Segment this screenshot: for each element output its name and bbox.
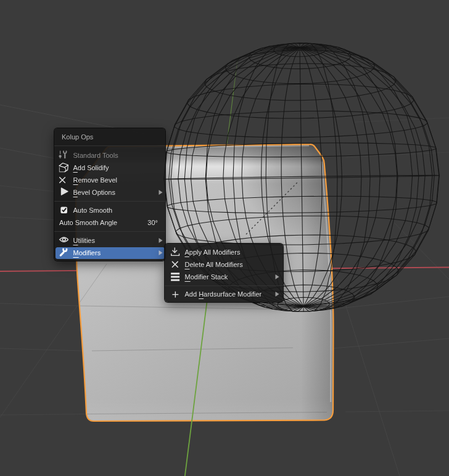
menu-separator [165, 285, 283, 286]
menu-item-label: Auto Smooth Angle [59, 216, 117, 229]
menu-item-label: Auto Smooth [73, 204, 113, 216]
solidify-icon [59, 163, 68, 173]
menu-item-label: Modifiers [73, 247, 101, 259]
submenu-arrow-icon [275, 274, 279, 279]
x-icon [170, 260, 180, 269]
menu-item-auto-smooth[interactable]: Auto Smooth [54, 204, 165, 216]
submenu-arrow-icon [275, 292, 279, 297]
tools-icon [59, 150, 68, 160]
submenu-item-add-hardsurface-modifier[interactable]: Add Hardsurface Modifier [165, 288, 283, 300]
submenu-arrow-icon [159, 190, 163, 195]
submenu-item-modifier-stack[interactable]: Modifier Stack [165, 271, 283, 283]
play-icon [59, 187, 68, 197]
x-icon [59, 175, 68, 185]
checkbox-checked-icon [59, 205, 68, 215]
highlight [56, 247, 165, 259]
stack-icon [170, 272, 180, 282]
submenu-item-apply-all-modifiers[interactable]: Apply All Modifiers [165, 246, 283, 258]
menu-separator [54, 231, 165, 232]
angle-value: 30° [147, 216, 158, 229]
submenu-item-delete-all-modifiers[interactable]: Delete All Modifiers [165, 258, 283, 271]
3d-viewport[interactable]: Kolup Ops Standard Tools [0, 0, 449, 476]
import-icon [170, 247, 180, 257]
menu-separator [54, 201, 165, 202]
menu-item-label: Standard Tools [73, 149, 118, 162]
menu-item-modifiers[interactable]: Modifiers [54, 247, 165, 259]
menu-item-label: Utilities [73, 234, 95, 247]
menu-item-auto-smooth-angle[interactable]: Auto Smooth Angle 30° [54, 216, 165, 229]
wrench-icon [59, 248, 68, 258]
menu-item-label: Add Solidify [73, 162, 109, 174]
menu-item-label: Delete All Modifiers [185, 258, 243, 271]
menu-separator [54, 146, 165, 146]
menu-item-label: Modifier Stack [185, 271, 228, 283]
menu-item-label: Bevel Options [73, 186, 116, 199]
menu-item-label: Apply All Modifiers [185, 246, 241, 258]
menu-item-label: Add Hardsurface Modifier [185, 288, 262, 300]
menu-item-remove-bevel[interactable]: Remove Bevel [54, 174, 165, 186]
menu-item-standard-tools[interactable]: Standard Tools [54, 149, 165, 162]
menu-item-utilities[interactable]: Utilities [54, 234, 165, 247]
menu-item-bevel-options[interactable]: Bevel Options [54, 186, 165, 199]
eye-icon [59, 236, 68, 245]
submenu-arrow-icon [159, 238, 163, 243]
menu-item-add-solidify[interactable]: Add Solidify [54, 162, 165, 174]
submenu-arrow-icon [159, 250, 163, 255]
plus-icon [170, 289, 180, 299]
menu-item-label: Remove Bevel [73, 174, 118, 186]
menu-title: Kolup Ops [62, 128, 162, 146]
context-menu: Kolup Ops Standard Tools [54, 128, 165, 261]
modifiers-submenu: Apply All Modifiers Delete All Modifiers… [165, 244, 283, 302]
